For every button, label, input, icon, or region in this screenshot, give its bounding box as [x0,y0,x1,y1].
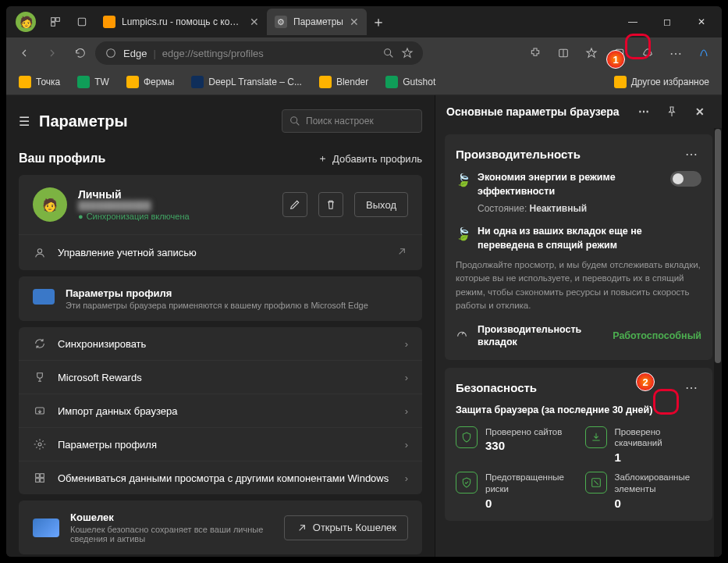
addr-path: edge://settings/profiles [162,48,264,59]
folder-icon [319,76,332,88]
card-title: Безопасность [456,381,537,394]
star-icon[interactable] [401,47,414,59]
logout-button[interactable]: Выход [354,192,408,217]
wallet-icon [33,518,59,537]
leaf-icon: 🍃 [456,173,470,187]
security-card: Безопасность ⋯ Защита браузера (за после… [445,368,712,522]
search-input[interactable]: Поиск настроек [282,109,422,133]
search-icon [289,115,301,127]
svg-point-4 [107,49,115,58]
workspaces-icon[interactable] [42,9,69,35]
rewards-row[interactable]: Microsoft Rewards › [19,361,422,394]
back-button[interactable] [11,41,37,66]
copilot-icon[interactable] [691,41,717,66]
annotation-badge-2: 2 [636,372,655,391]
security-subtitle: Защита браузера (за последние 30 дней) [456,404,701,415]
section-heading: Ваш профиль [19,151,105,166]
other-bookmarks[interactable]: Другое избранное [608,73,716,91]
profile-avatar-icon[interactable]: 🧑 [16,12,36,32]
add-profile-button[interactable]: ＋Добавить профиль [318,151,422,166]
sync-row[interactable]: Синхронизировать › [19,327,422,361]
bookmark-blender[interactable]: Blender [313,73,375,91]
svg-rect-12 [36,474,40,478]
card-title: Производительность [456,148,581,161]
stat-downloads: Проверено скачиваний1 [585,426,702,465]
close-panel-icon[interactable]: ✕ [689,101,711,123]
sheet-icon [385,76,398,88]
new-tab-button[interactable]: ＋ [367,12,390,31]
maximize-button[interactable]: ◻ [650,6,684,37]
shield-icon [456,426,478,448]
bookmark-fermy[interactable]: Фермы [120,73,180,91]
security-more-icon[interactable]: ⋯ [682,379,701,397]
svg-point-8 [291,117,297,123]
chevron-right-icon: › [405,372,408,383]
import-row[interactable]: Импорт данных браузера › [19,394,422,428]
minimize-button[interactable]: ― [616,6,650,37]
panel-more-icon[interactable]: ⋯ [633,101,655,123]
bookmark-tw[interactable]: TW [71,73,115,91]
stat-blocked: Заблокированные элементы0 [585,472,702,510]
search-icon[interactable] [382,47,395,59]
tab-bar: 🧑 Lumpics.ru - помощь с компьюте ✕ ⚙ Пар… [6,6,722,37]
tab-lumpics[interactable]: Lumpics.ru - помощь с компьюте ✕ [95,9,267,35]
split-icon[interactable] [550,41,577,66]
chevron-right-icon: › [405,405,408,417]
bookmark-gutshot[interactable]: Gutshot [379,73,442,91]
sync-status: ●Синхронизация включена [78,212,272,221]
svg-rect-0 [51,18,55,22]
gear-icon: ⚙ [275,16,287,28]
folder-icon [614,76,627,88]
performance-icon[interactable] [634,41,661,66]
stat-risks: Предотвращенные риски0 [456,472,573,510]
scrollbar[interactable] [714,128,722,557]
browser-essentials-panel: Основные параметры браузера ⋯ ✕ Производ… [435,95,722,557]
shield-check-icon [456,472,478,494]
manage-account-row[interactable]: Управление учетной записью [19,234,422,270]
extensions-icon[interactable] [522,41,549,66]
svg-rect-14 [36,479,40,483]
favorites-icon[interactable] [578,41,605,66]
gear-icon [33,438,47,451]
delete-button[interactable] [318,192,343,217]
trophy-icon [33,371,47,383]
import-icon [33,404,47,417]
tab-settings[interactable]: ⚙ Параметры ✕ [267,9,367,35]
refresh-button[interactable] [67,41,94,66]
folder-icon [19,76,31,88]
close-window-button[interactable]: ✕ [684,6,719,37]
svg-rect-2 [51,23,55,27]
pin-icon[interactable] [661,101,683,123]
tab-perf-value: Работоспособный [613,330,701,341]
bookmark-tochka[interactable]: Точка [12,73,66,91]
profile-card: 🧑 Личный ████████████ ●Синхронизация вкл… [19,175,422,234]
menu-icon[interactable]: ☰ [19,114,30,129]
windows-icon [33,472,47,484]
stat-sites: Проверено сайтов330 [456,426,573,465]
share-row[interactable]: Обмениваться данными просмотра с другими… [19,461,422,494]
address-bar[interactable]: Edge | edge://settings/profiles [95,41,423,65]
energy-toggle[interactable] [670,171,701,187]
energy-status: Состояние: Неактивный [478,203,701,214]
performance-card: Производительность ⋯ 🍃 Экономия энергии … [445,134,712,360]
tab-actions-icon[interactable] [69,9,95,35]
favicon-icon [103,16,115,28]
card-more-icon[interactable]: ⋯ [682,145,701,163]
download-icon [585,426,607,448]
folder-icon [126,76,139,88]
open-wallet-button[interactable]: Открыть Кошелек [284,515,408,540]
chevron-right-icon: › [405,472,408,484]
bookmark-deepl[interactable]: DeepL Translate – C... [185,73,308,91]
sheet-icon [77,76,90,88]
profile-params-row[interactable]: Параметры профиля › [19,428,422,461]
external-icon [396,245,408,260]
addr-scheme: Edge [123,48,147,59]
more-icon[interactable]: ⋯ [662,41,689,66]
svg-rect-13 [41,474,44,478]
close-icon[interactable]: ✕ [350,16,359,28]
annotation-badge-1: 1 [606,50,625,69]
svg-point-9 [37,248,41,252]
close-icon[interactable]: ✕ [250,16,259,28]
edit-button[interactable] [282,192,307,217]
profile-name: Личный [78,188,272,201]
